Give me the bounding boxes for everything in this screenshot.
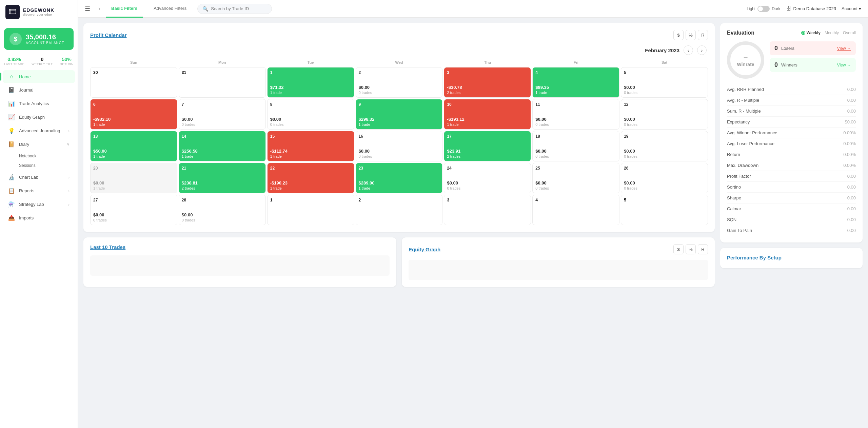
cal-cell-16[interactable]: 15-$112.741 trade xyxy=(267,131,354,161)
metric-row-7: Max. Drawdown0.00% xyxy=(727,160,856,171)
last-10-trades-card: Last 10 Trades xyxy=(83,237,396,287)
cal-cell-18[interactable]: 17$23.912 trades xyxy=(444,131,531,161)
cal-cell-25[interactable]: 24$0.000 trades xyxy=(444,163,531,193)
cal-cell-3[interactable]: 2$0.000 trades xyxy=(356,67,443,98)
equity-ctrl-r[interactable]: R xyxy=(698,244,708,254)
cal-cell-10[interactable]: 9$298.321 trade xyxy=(356,99,443,130)
losers-view-link[interactable]: View → xyxy=(837,46,851,51)
cal-cell-6[interactable]: 5$0.000 trades xyxy=(621,67,708,98)
evaluation-card: Evaluation Weekly Monthly Overall xyxy=(720,23,863,242)
losers-winners-section: 0 Losers View → 0 Winners View → xyxy=(770,41,856,79)
eval-tab-overall[interactable]: Overall xyxy=(843,31,856,35)
sidebar-item-trade-analytics[interactable]: 📊 Trade Analytics xyxy=(3,97,75,110)
cal-cell-9[interactable]: 8$0.000 trades xyxy=(267,99,354,130)
eval-tab-monthly[interactable]: Monthly xyxy=(825,31,839,35)
theme-switch[interactable] xyxy=(757,6,770,12)
theme-toggle[interactable]: Light Dark xyxy=(747,6,780,12)
main-area: ☰ › Basic Filters Advanced Filters 🔍 Lig… xyxy=(78,0,868,428)
profit-calendar-title[interactable]: Profit Calendar xyxy=(90,32,127,38)
diary-chevron: ∨ xyxy=(67,142,70,147)
cal-cell-29[interactable]: 28$0.000 trades xyxy=(179,195,266,225)
expand-sidebar-button[interactable]: › xyxy=(98,5,100,12)
cal-day-num-10: 9 xyxy=(359,102,440,107)
winrate-circle: – Winrate xyxy=(727,41,764,79)
logo-sub-text: discover your edge xyxy=(23,13,54,16)
cal-cell-21[interactable]: 20$0.001 trade xyxy=(90,163,177,193)
cal-cell-28[interactable]: 27$0.000 trades xyxy=(90,195,177,225)
equity-graph-title[interactable]: Equity Graph xyxy=(409,247,440,252)
winrate-row: – Winrate 0 Losers View → 0 Winners xyxy=(727,41,856,79)
cal-cell-8[interactable]: 7$0.000 trades xyxy=(179,99,266,130)
calendar-ctrl-r[interactable]: R xyxy=(698,30,708,40)
cal-cell-17[interactable]: 16$0.000 trades xyxy=(356,131,443,161)
sidebar-item-journal[interactable]: 📓 Journal xyxy=(3,83,75,97)
sidebar-item-advanced-journaling[interactable]: 💡 Advanced Journaling › xyxy=(3,124,75,137)
database-name: Demo Database 2023 xyxy=(793,6,836,11)
metric-value-1: 0.00 xyxy=(847,98,856,103)
cal-cell-27[interactable]: 26$0.000 trades xyxy=(621,163,708,193)
equity-graph-icon: 📈 xyxy=(8,114,15,120)
equity-ctrl-dollar[interactable]: $ xyxy=(673,244,684,254)
database-icon: 🗄 xyxy=(786,6,791,12)
cal-amount-17: $0.00 xyxy=(359,149,440,154)
last-10-trades-title[interactable]: Last 10 Trades xyxy=(90,244,125,250)
cal-cell-13[interactable]: 12$0.000 trades xyxy=(621,99,708,130)
winners-view-link[interactable]: View → xyxy=(837,63,851,67)
cal-cell-19[interactable]: 18$0.000 trades xyxy=(532,131,619,161)
cal-cell-5[interactable]: 4$89.351 trade xyxy=(532,67,619,98)
cal-cell-2[interactable]: 1$71.321 trade xyxy=(267,67,354,98)
tab-advanced-filters[interactable]: Advanced Filters xyxy=(148,0,192,18)
calendar-next-button[interactable]: › xyxy=(697,45,707,55)
sidebar-item-reports[interactable]: 📋 Reports › xyxy=(3,184,75,197)
sidebar-item-diary[interactable]: 📔 Diary ∨ xyxy=(3,138,75,151)
cal-day-num-24: 23 xyxy=(359,166,440,171)
tab-basic-filters[interactable]: Basic Filters xyxy=(106,0,143,18)
metric-row-10: Sharpe0.00 xyxy=(727,193,856,203)
cal-cell-20[interactable]: 19$0.000 trades xyxy=(621,131,708,161)
cal-trades-4: 2 trades xyxy=(447,91,528,95)
sidebar-item-equity-graph[interactable]: 📈 Equity Graph xyxy=(3,111,75,124)
cal-cell-23[interactable]: 22-$190.231 trade xyxy=(267,163,354,193)
calendar-prev-button[interactable]: ‹ xyxy=(684,45,693,55)
cal-cell-26[interactable]: 25$0.000 trades xyxy=(532,163,619,193)
performance-by-setup-title[interactable]: Performance By Setup xyxy=(727,255,782,260)
cal-cell-34: 5 xyxy=(621,195,708,225)
cal-day-num-33: 4 xyxy=(535,198,616,202)
sidebar-item-strategy-lab[interactable]: ⚗️ Strategy Lab › xyxy=(3,198,75,211)
stat-return: 50% RETURN xyxy=(60,57,74,66)
database-selector[interactable]: 🗄 Demo Database 2023 xyxy=(786,6,836,12)
cal-trades-16: 1 trade xyxy=(270,154,351,158)
cal-cell-12[interactable]: 11$0.000 trades xyxy=(532,99,619,130)
sidebar-sub-notebook[interactable]: Notebook xyxy=(3,151,75,161)
cal-cell-22[interactable]: 21$238.812 trades xyxy=(179,163,266,193)
cal-trades-23: 1 trade xyxy=(270,186,351,190)
account-button[interactable]: Account ▾ xyxy=(842,6,861,11)
cal-day-num-32: 3 xyxy=(447,198,528,202)
sidebar-sub-sessions[interactable]: Sessions xyxy=(3,161,75,170)
cal-trades-2: 1 trade xyxy=(270,91,351,95)
metric-row-3: Expectancy$0.00 xyxy=(727,117,856,128)
cal-cell-24[interactable]: 23$289.001 trade xyxy=(356,163,443,193)
sidebar-item-imports[interactable]: 📥 Imports xyxy=(3,211,75,225)
hamburger-button[interactable]: ☰ xyxy=(85,5,90,13)
cal-amount-25: $0.00 xyxy=(447,180,528,186)
cal-cell-32: 3 xyxy=(444,195,531,225)
cal-amount-23: -$190.23 xyxy=(270,180,351,186)
cal-amount-14: $50.00 xyxy=(93,149,174,154)
cal-cell-4[interactable]: 3-$30.782 trades xyxy=(444,67,531,98)
calendar-ctrl-dollar[interactable]: $ xyxy=(673,30,684,40)
cal-cell-7[interactable]: 6-$932.101 trade xyxy=(90,99,177,130)
sidebar-item-chart-lab[interactable]: 🔬 Chart Lab › xyxy=(3,171,75,184)
cal-amount-22: $238.81 xyxy=(182,180,263,186)
sidebar-item-chart-lab-label: Chart Lab xyxy=(19,175,64,180)
calendar-ctrl-percent[interactable]: % xyxy=(686,30,696,40)
calendar-section: Profit Calendar $ % R February 2023 ‹ › … xyxy=(83,23,715,423)
cal-cell-14[interactable]: 13$50.001 trade xyxy=(90,131,177,161)
cal-cell-11[interactable]: 10-$193.121 trade xyxy=(444,99,531,130)
eval-tab-weekly[interactable]: Weekly xyxy=(801,31,821,35)
sidebar-item-home[interactable]: ⌂ Home xyxy=(3,70,75,83)
cal-cell-15[interactable]: 14$250.581 trade xyxy=(179,131,266,161)
search-input[interactable] xyxy=(211,6,265,11)
cal-trades-15: 1 trade xyxy=(182,154,263,158)
equity-ctrl-percent[interactable]: % xyxy=(686,244,696,254)
